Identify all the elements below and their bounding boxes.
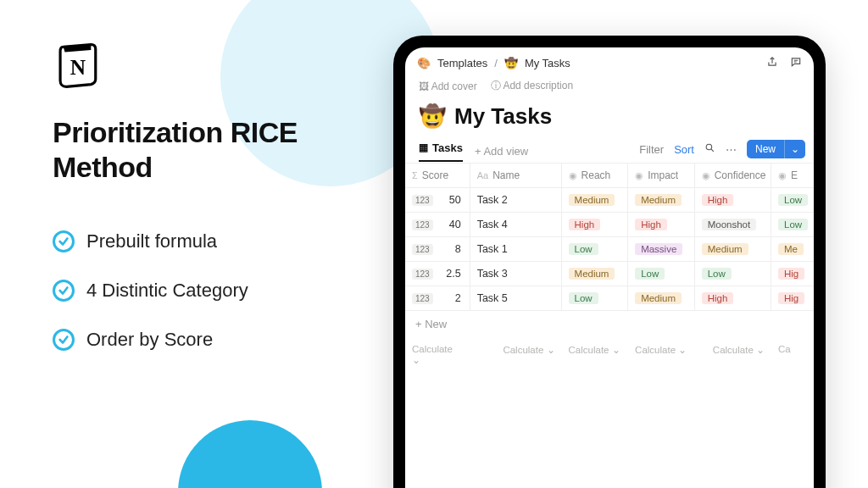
comments-icon[interactable] <box>790 56 802 70</box>
select-icon: ◉ <box>778 170 787 181</box>
breadcrumb-item[interactable]: Templates <box>437 57 487 69</box>
tab-tasks[interactable]: ▦ Tasks <box>419 141 463 162</box>
cell-name[interactable]: Task 3 <box>470 262 562 286</box>
cell-name[interactable]: Task 2 <box>470 188 562 212</box>
cell-effort[interactable]: Low <box>771 213 814 236</box>
cell-impact[interactable]: Massive <box>628 237 695 261</box>
col-score[interactable]: ΣScore <box>405 164 470 187</box>
new-button[interactable]: New ⌄ <box>747 140 805 158</box>
cell-reach[interactable]: High <box>562 213 629 236</box>
cell-score[interactable]: 1238 <box>405 237 470 261</box>
add-cover-button[interactable]: 🖼 Add cover <box>419 80 477 92</box>
feature-item: Prebuilt formula <box>53 230 383 252</box>
cell-effort[interactable]: Hig <box>771 262 814 286</box>
select-icon: ◉ <box>635 170 643 181</box>
check-icon <box>53 329 75 351</box>
cell-confidence[interactable]: High <box>695 188 771 212</box>
feature-item: 4 Distintic Category <box>53 280 383 302</box>
calculate-button[interactable]: Calculate ⌄ <box>695 341 771 369</box>
cell-score[interactable]: 12350 <box>405 188 470 212</box>
cell-name[interactable]: Task 4 <box>470 213 562 236</box>
calculate-button[interactable]: Calculate ⌄ <box>405 341 470 369</box>
table-header: ΣScore AaName ◉Reach ◉Impact ◉Confidence… <box>405 164 814 188</box>
svg-point-1 <box>706 144 712 150</box>
headline: Prioritization RICE Method <box>53 115 383 185</box>
breadcrumb[interactable]: 🎨 Templates / 🤠 My Tasks <box>417 57 570 69</box>
cell-effort[interactable]: Low <box>771 188 814 212</box>
breadcrumb-emoji: 🤠 <box>504 57 518 69</box>
new-button-label: New <box>747 140 784 158</box>
table-icon: ▦ <box>419 141 428 153</box>
cell-score[interactable]: 1232.5 <box>405 262 470 286</box>
cell-confidence[interactable]: High <box>695 286 771 310</box>
breadcrumb-emoji: 🎨 <box>417 57 431 69</box>
calculate-button[interactable]: Calculate ⌄ <box>562 341 629 369</box>
table-row[interactable]: 1238Task 1LowMassiveMediumMe <box>405 237 814 262</box>
decor-circle-bottom <box>178 420 322 488</box>
feature-label: Order by Score <box>86 329 213 351</box>
sigma-icon: Σ <box>412 170 418 180</box>
sort-button[interactable]: Sort <box>674 143 694 156</box>
col-effort[interactable]: ◉E <box>771 164 814 187</box>
table-row[interactable]: 12340Task 4HighHighMoonshotLow <box>405 213 814 237</box>
cell-name[interactable]: Task 5 <box>470 286 562 310</box>
calculate-row: Calculate ⌄ Calculate ⌄ Calculate ⌄ Calc… <box>405 337 814 369</box>
share-icon[interactable] <box>766 56 778 70</box>
tablet-frame: 🎨 Templates / 🤠 My Tasks 🖼 Add cover ⓘ A… <box>393 36 826 488</box>
tasks-table: ΣScore AaName ◉Reach ◉Impact ◉Confidence… <box>405 164 814 369</box>
cell-impact[interactable]: Low <box>628 262 695 286</box>
table-row[interactable]: 1232.5Task 3MediumLowLowHig <box>405 262 814 286</box>
cell-reach[interactable]: Medium <box>562 262 629 286</box>
add-view-button[interactable]: + Add view <box>475 145 528 158</box>
svg-text:N: N <box>70 55 86 79</box>
select-icon: ◉ <box>569 170 577 181</box>
table-row[interactable]: 1232Task 5LowMediumHighHig <box>405 286 814 311</box>
formula-chip: 123 <box>412 293 433 304</box>
app-screen: 🎨 Templates / 🤠 My Tasks 🖼 Add cover ⓘ A… <box>405 47 814 488</box>
more-icon[interactable]: ⋯ <box>726 143 737 156</box>
notion-logo-icon: N <box>53 41 102 90</box>
calculate-button[interactable]: Calculate ⌄ <box>628 341 695 369</box>
cell-effort[interactable]: Hig <box>771 286 814 310</box>
search-icon[interactable] <box>704 142 715 156</box>
col-reach[interactable]: ◉Reach <box>562 164 629 187</box>
cell-score[interactable]: 1232 <box>405 286 470 310</box>
breadcrumb-sep: / <box>494 57 498 69</box>
formula-chip: 123 <box>412 219 433 230</box>
cell-score[interactable]: 12340 <box>405 213 470 236</box>
page-title[interactable]: My Tasks <box>454 103 552 130</box>
select-icon: ◉ <box>702 170 710 181</box>
cell-impact[interactable]: Medium <box>628 286 695 310</box>
formula-chip: 123 <box>412 244 433 255</box>
check-icon <box>53 280 75 302</box>
cell-confidence[interactable]: Low <box>695 262 771 286</box>
breadcrumb-item[interactable]: My Tasks <box>525 57 570 69</box>
cell-impact[interactable]: Medium <box>628 188 695 212</box>
table-row[interactable]: 12350Task 2MediumMediumHighLow <box>405 188 814 213</box>
feature-list: Prebuilt formula 4 Distintic Category Or… <box>53 230 383 351</box>
col-confidence[interactable]: ◉Confidence <box>695 164 771 187</box>
formula-chip: 123 <box>412 269 433 280</box>
cell-name[interactable]: Task 1 <box>470 237 562 261</box>
chevron-down-icon[interactable]: ⌄ <box>784 140 805 158</box>
cell-reach[interactable]: Low <box>562 286 629 310</box>
cell-reach[interactable]: Medium <box>562 188 629 212</box>
cell-confidence[interactable]: Moonshot <box>695 213 771 236</box>
col-impact[interactable]: ◉Impact <box>628 164 695 187</box>
new-row-button[interactable]: + New <box>405 311 814 337</box>
check-icon <box>53 230 75 252</box>
calculate-button[interactable]: Calculate ⌄ <box>470 341 562 369</box>
feature-item: Order by Score <box>53 329 383 351</box>
filter-button[interactable]: Filter <box>639 143 664 156</box>
text-icon: Aa <box>477 170 488 180</box>
feature-label: Prebuilt formula <box>86 230 217 252</box>
add-description-button[interactable]: ⓘ Add description <box>491 79 573 93</box>
cell-confidence[interactable]: Medium <box>695 237 771 261</box>
cell-reach[interactable]: Low <box>562 237 629 261</box>
page-emoji[interactable]: 🤠 <box>419 103 446 130</box>
col-name[interactable]: AaName <box>470 164 562 187</box>
cell-effort[interactable]: Me <box>771 237 814 261</box>
formula-chip: 123 <box>412 195 433 206</box>
calculate-button[interactable]: Ca <box>771 341 814 369</box>
cell-impact[interactable]: High <box>628 213 695 236</box>
